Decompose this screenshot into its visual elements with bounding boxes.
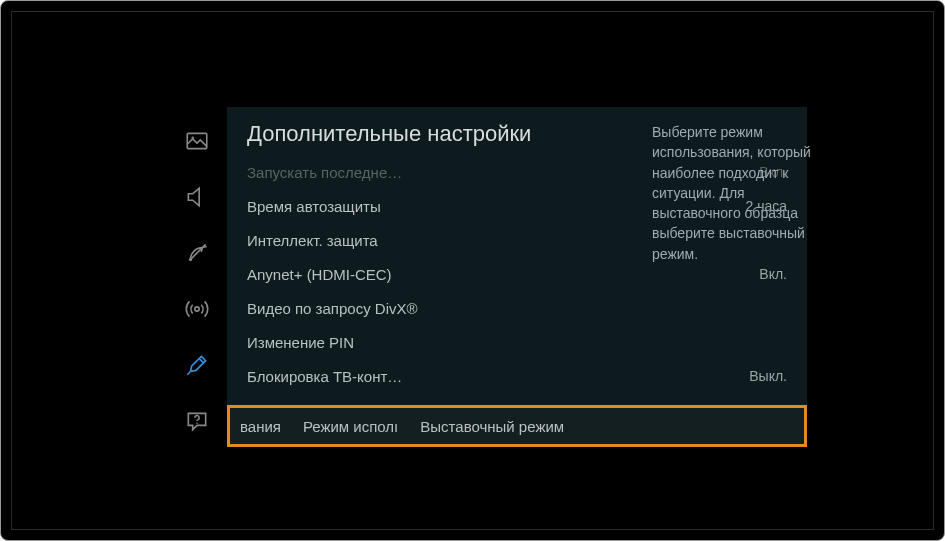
menu-item-label: Изменение PIN xyxy=(247,334,354,351)
help-text: Выберите режим использования, который на… xyxy=(652,122,812,264)
svg-point-3 xyxy=(195,307,199,311)
menu-item-label: Интеллект. защита xyxy=(247,232,378,249)
svg-point-1 xyxy=(191,136,194,139)
system-icon[interactable] xyxy=(183,351,211,379)
picture-icon[interactable] xyxy=(183,127,211,155)
menu-item-tv-rating-lock[interactable]: Блокировка ТВ-конт… Выкл. xyxy=(247,359,787,393)
tv-screen: Дополнительные настройки Запускать после… xyxy=(11,11,934,530)
network-icon[interactable] xyxy=(183,295,211,323)
menu-item-label: Блокировка ТВ-конт… xyxy=(247,368,402,385)
menu-item-label: Видео по запросу DivX® xyxy=(247,300,418,317)
menu-item-label: Время автозащиты xyxy=(247,198,381,215)
svg-point-2 xyxy=(189,258,192,261)
footer-cell: вания xyxy=(240,418,281,435)
broadcast-icon[interactable] xyxy=(183,239,211,267)
menu-item-value: Выкл. xyxy=(749,368,787,384)
menu-item-change-pin[interactable]: Изменение PIN xyxy=(247,325,787,359)
usage-mode-row[interactable]: вания Режим исполı Выставочный режим xyxy=(227,405,807,447)
sound-icon[interactable] xyxy=(183,183,211,211)
tv-frame: Дополнительные настройки Запускать после… xyxy=(0,0,945,541)
menu-item-label: Запускать последне… xyxy=(247,164,402,181)
menu-item-label: Anynet+ (HDMI-CEC) xyxy=(247,266,392,283)
sidebar xyxy=(167,107,227,447)
footer-cell: Выставочный режим xyxy=(420,418,564,435)
support-icon[interactable] xyxy=(183,407,211,435)
footer-cell: Режим исполı xyxy=(303,418,398,435)
menu-item-value: Вкл. xyxy=(759,266,787,282)
svg-point-4 xyxy=(196,422,198,424)
menu-item-divx[interactable]: Видео по запросу DivX® xyxy=(247,291,787,325)
